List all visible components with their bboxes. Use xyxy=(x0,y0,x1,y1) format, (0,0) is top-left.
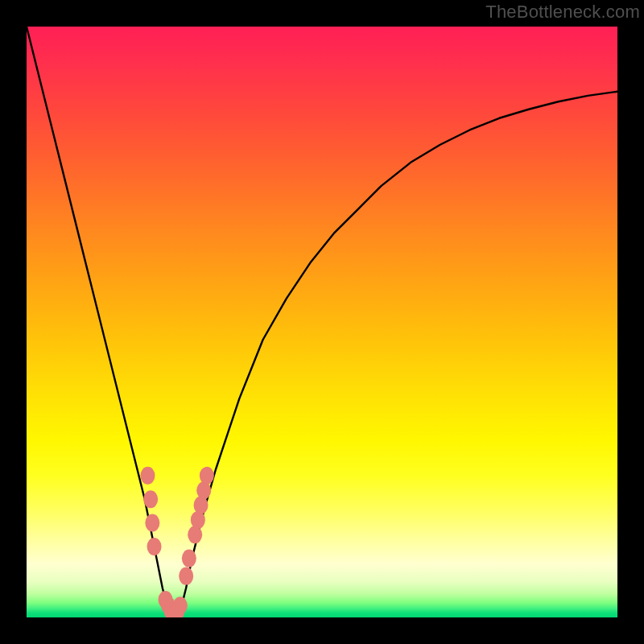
outer-frame: TheBottleneck.com xyxy=(0,0,644,644)
benchmark-marker xyxy=(143,490,158,508)
benchmark-marker xyxy=(188,526,202,543)
benchmark-marker xyxy=(145,514,159,532)
benchmark-points xyxy=(140,467,213,617)
benchmark-marker xyxy=(140,467,155,485)
benchmark-marker xyxy=(147,538,162,555)
bottleneck-curve xyxy=(27,27,617,617)
benchmark-marker xyxy=(194,497,208,514)
chart-svg xyxy=(27,27,617,617)
benchmark-marker xyxy=(179,568,193,585)
attribution-text: TheBottleneck.com xyxy=(485,2,640,23)
plot-area xyxy=(27,27,617,617)
benchmark-marker xyxy=(196,481,211,499)
benchmark-marker xyxy=(173,597,188,614)
benchmark-marker xyxy=(191,511,205,529)
benchmark-marker xyxy=(200,467,214,485)
benchmark-marker xyxy=(182,550,196,568)
